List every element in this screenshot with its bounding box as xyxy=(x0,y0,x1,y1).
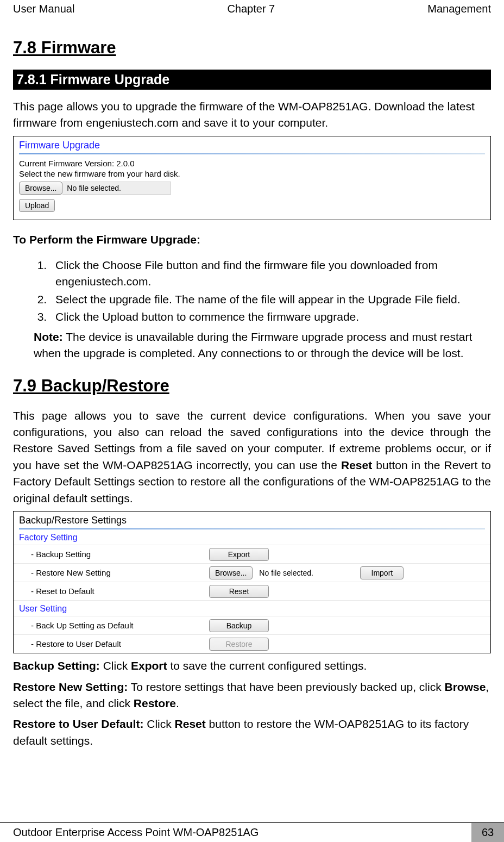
backup-setting-definition: Backup Setting: Click Export to save the… xyxy=(13,658,491,674)
firmware-select-line: Select the new firmware from your hard d… xyxy=(19,169,485,178)
import-button[interactable]: Import xyxy=(360,566,404,579)
row-label: - Restore New Setting xyxy=(19,568,209,577)
row-label: - Reset to Default xyxy=(19,587,209,596)
upload-button[interactable]: Upload xyxy=(19,199,55,212)
export-button[interactable]: Export xyxy=(209,548,269,561)
row-label: - Restore to User Default xyxy=(19,639,209,648)
reset-default-row: - Reset to Default Reset xyxy=(14,582,490,600)
browse-button[interactable]: Browse... xyxy=(19,182,62,195)
restore-user-default-row: - Restore to User Default Restore xyxy=(14,634,490,653)
restore-user-default-definition: Restore to User Default: Click Reset but… xyxy=(13,716,491,749)
section-7-9-title: 7.9 Backup/Restore xyxy=(13,376,491,396)
restore-button[interactable]: Restore xyxy=(209,638,269,651)
firmware-shot-title: Firmware Upgrade xyxy=(19,140,485,151)
page-content: 7.8 Firmware 7.8.1 Firmware Upgrade This… xyxy=(0,38,504,797)
note-text: The device is unavailable during the Fir… xyxy=(34,330,472,359)
firmware-file-row: Browse... No file selected. xyxy=(19,182,485,195)
browse-button[interactable]: Browse... xyxy=(209,566,253,579)
header-left: User Manual xyxy=(13,3,74,15)
footer-text: Outdoor Enterprise Access Point WM-OAP82… xyxy=(0,826,471,839)
firmware-intro-text: This page allows you to upgrade the firm… xyxy=(13,98,491,132)
upgrade-step: Click the Choose File button and find th… xyxy=(50,257,491,290)
factory-setting-label: Factory Setting xyxy=(14,529,490,545)
note-label: Note: xyxy=(34,330,63,343)
page-header: User Manual Chapter 7 Management xyxy=(0,0,504,24)
divider xyxy=(19,153,485,154)
reset-button[interactable]: Reset xyxy=(209,585,269,598)
backup-setting-row: - Backup Setting Export xyxy=(14,545,490,563)
subsection-7-8-1-bar: 7.8.1 Firmware Upgrade xyxy=(13,70,491,90)
perform-upgrade-heading: To Perform the Firmware Upgrade: xyxy=(13,233,491,246)
upgrade-step: Select the upgrade file. The name of the… xyxy=(50,291,491,308)
user-setting-label: User Setting xyxy=(14,600,490,616)
upgrade-step: Click the Upload button to commence the … xyxy=(50,309,491,325)
file-selected-text: No file selected. xyxy=(62,182,171,195)
backup-shot-title: Backup/Restore Settings xyxy=(14,512,490,528)
header-center: Chapter 7 xyxy=(227,3,275,15)
row-label: - Backup Setting xyxy=(19,550,209,559)
upgrade-steps-list: Click the Choose File button and find th… xyxy=(50,257,491,326)
backup-as-default-row: - Back Up Setting as Default Backup xyxy=(14,616,490,634)
firmware-upgrade-screenshot: Firmware Upgrade Current Firmware Versio… xyxy=(13,136,491,220)
backup-button[interactable]: Backup xyxy=(209,619,269,632)
firmware-version-line: Current Firmware Version: 2.0.0 xyxy=(19,159,485,168)
section-7-8-title: 7.8 Firmware xyxy=(13,38,491,58)
row-label: - Back Up Setting as Default xyxy=(19,621,209,630)
header-right: Management xyxy=(427,3,491,15)
backup-restore-screenshot: Backup/Restore Settings Factory Setting … xyxy=(13,511,491,653)
upgrade-note: Note: The device is unavailable during t… xyxy=(34,329,491,362)
restore-new-setting-definition: Restore New Setting: To restore settings… xyxy=(13,679,491,712)
footer-page-number: 63 xyxy=(471,823,504,843)
page-footer: Outdoor Enterprise Access Point WM-OAP82… xyxy=(0,822,504,842)
restore-new-setting-row: - Restore New Setting Browse... No file … xyxy=(14,563,490,582)
file-selected-text: No file selected. xyxy=(255,569,358,577)
backup-intro-text: This page allows you to save the current… xyxy=(13,408,491,507)
